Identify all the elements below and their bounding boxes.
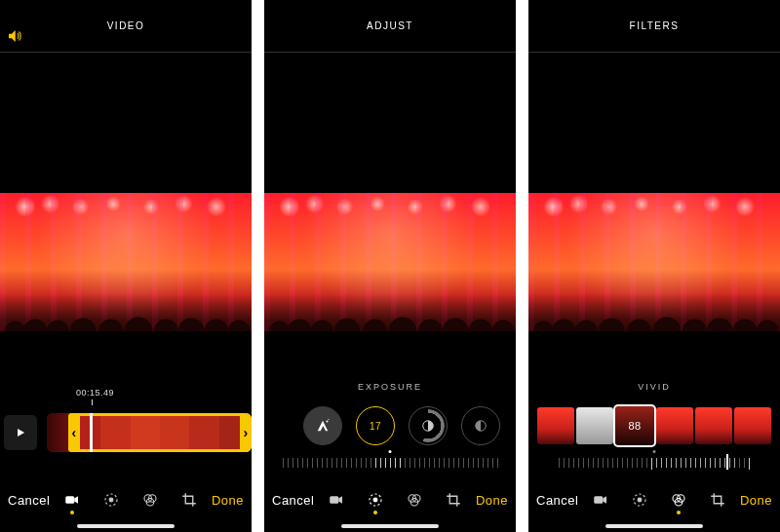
home-indicator[interactable] <box>605 524 703 528</box>
video-preview[interactable] <box>0 193 252 331</box>
top-bar: FILTERS <box>528 0 780 53</box>
mode-crop-icon[interactable] <box>445 491 462 509</box>
cancel-button[interactable]: Cancel <box>8 493 50 508</box>
filter-thumb[interactable] <box>695 407 732 444</box>
mode-adjust-icon[interactable] <box>367 491 384 509</box>
done-button[interactable]: Done <box>212 493 244 508</box>
mode-title: FILTERS <box>630 20 680 31</box>
mode-crop-icon[interactable] <box>180 491 198 509</box>
editor-screen-adjust: ADJUST EXPOSURE 17 <box>264 0 516 532</box>
mode-video-icon[interactable] <box>328 491 345 509</box>
auto-enhance-dial[interactable] <box>303 406 342 445</box>
svg-point-12 <box>373 498 377 502</box>
video-preview[interactable] <box>264 193 516 331</box>
filter-thumb[interactable] <box>656 407 693 444</box>
mode-filters-icon[interactable] <box>406 491 423 509</box>
svg-rect-16 <box>594 496 603 504</box>
mode-icons <box>328 491 462 509</box>
mode-adjust-icon[interactable] <box>102 491 120 509</box>
exposure-dial[interactable]: 17 <box>356 406 395 445</box>
shadows-dial[interactable] <box>461 406 500 445</box>
play-button[interactable] <box>4 415 37 450</box>
filter-name-label: VIVID <box>528 382 780 392</box>
svg-point-6 <box>327 421 329 423</box>
mode-crop-icon[interactable] <box>709 491 726 509</box>
filter-thumb[interactable] <box>734 407 771 444</box>
mode-filters-icon[interactable] <box>141 491 159 509</box>
mode-video-icon[interactable] <box>592 491 609 509</box>
done-button[interactable]: Done <box>740 493 772 508</box>
timeline <box>4 413 252 452</box>
mode-video-icon[interactable] <box>63 491 81 509</box>
editor-screen-video: VIDEO 00:15.49 Cancel <box>0 0 252 532</box>
home-indicator[interactable] <box>341 524 439 528</box>
filter-strength-value: 88 <box>628 420 641 432</box>
editor-screen-filters: FILTERS VIVID 88 Cancel <box>528 0 780 532</box>
trim-handle-end[interactable] <box>240 413 252 452</box>
adjust-dial-row[interactable]: 17 <box>264 403 516 448</box>
filter-thumb[interactable] <box>537 407 574 444</box>
mode-title: ADJUST <box>367 20 413 31</box>
svg-point-2 <box>109 498 113 502</box>
svg-point-18 <box>638 498 642 502</box>
video-preview[interactable] <box>528 193 780 331</box>
trim-track[interactable] <box>47 413 252 452</box>
mode-icons <box>63 491 198 509</box>
filter-strip[interactable]: 88 <box>528 403 780 448</box>
svg-point-8 <box>423 421 434 432</box>
filter-strength-scale[interactable] <box>528 450 780 472</box>
mode-title: VIDEO <box>107 20 145 31</box>
adjust-param-label: EXPOSURE <box>264 382 516 392</box>
timestamp-label: 00:15.49 <box>76 388 114 398</box>
trim-handle-start[interactable] <box>68 413 80 452</box>
mode-icons <box>592 491 726 509</box>
svg-rect-0 <box>65 496 74 504</box>
done-button[interactable]: Done <box>476 493 508 508</box>
cancel-button[interactable]: Cancel <box>272 493 314 508</box>
svg-point-7 <box>328 419 329 420</box>
playhead[interactable] <box>90 413 93 452</box>
strength-marker[interactable] <box>726 454 728 470</box>
top-bar: ADJUST <box>264 0 516 53</box>
svg-rect-10 <box>330 496 338 504</box>
mode-adjust-icon[interactable] <box>631 491 648 509</box>
cancel-button[interactable]: Cancel <box>536 493 578 508</box>
adjust-scale[interactable] <box>264 450 516 472</box>
top-bar: VIDEO <box>0 0 252 53</box>
filter-thumb-selected[interactable]: 88 <box>615 406 654 445</box>
highlights-dial[interactable] <box>409 406 448 445</box>
mode-filters-icon[interactable] <box>670 491 687 509</box>
home-indicator[interactable] <box>77 524 175 528</box>
exposure-value: 17 <box>370 421 381 432</box>
sound-icon[interactable] <box>6 27 23 41</box>
filter-thumb-original[interactable] <box>576 407 613 444</box>
